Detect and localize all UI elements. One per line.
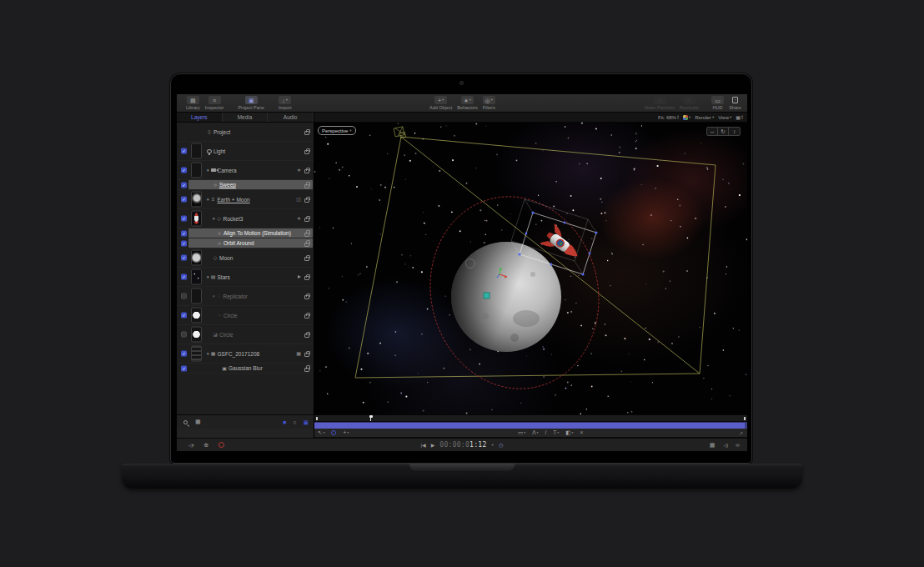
hud-button[interactable]: ▭ HUD (711, 94, 724, 112)
lock-icon[interactable] (304, 314, 309, 319)
layer-activation-checkbox[interactable]: ✓ (181, 255, 187, 261)
tab-media[interactable]: Media (223, 113, 269, 122)
library-button[interactable]: ▤ Library (186, 94, 200, 112)
3d-view-tools[interactable]: ↔ ↻ ↕ (706, 127, 741, 136)
layer-activation-checkbox[interactable]: ✓ (181, 182, 187, 188)
lock-icon[interactable] (304, 169, 309, 173)
view-menu[interactable]: View▾ (718, 115, 731, 120)
lock-icon[interactable] (304, 218, 309, 222)
pan-zoom-tool[interactable]: +▾ (343, 430, 349, 436)
layer-row-gaussian-blur[interactable]: ✓▣Gaussian Blur (177, 364, 314, 374)
disclosure-triangle-icon[interactable]: ▾ (213, 294, 215, 299)
line-tool[interactable]: / (545, 430, 547, 436)
show-behaviors-toggle[interactable]: ○ (293, 419, 296, 425)
tab-layers[interactable]: Layers (177, 113, 223, 122)
layer-activation-checkbox[interactable]: ✓ (181, 313, 187, 319)
camera-view-menu[interactable]: Perspective▾ (318, 126, 356, 135)
audio-icon[interactable]: ◁) (723, 442, 727, 448)
show-filters-toggle[interactable]: ▣ (303, 419, 309, 425)
layer-activation-checkbox[interactable]: ✓ (181, 168, 187, 173)
layer-row-rocket3[interactable]: ✓▾◇Rocket3∗ (177, 209, 314, 228)
disclosure-triangle-icon[interactable]: ▾ (207, 274, 209, 279)
gear-icon[interactable]: ∗ (297, 168, 301, 173)
layer-activation-checkbox[interactable]: ✓ (181, 365, 187, 371)
dolly-3d-icon[interactable]: ↕ (729, 128, 740, 135)
mute-icon[interactable]: ◁× (188, 442, 193, 448)
import-button[interactable]: ↓▾ Import (279, 94, 292, 112)
tab-audio[interactable]: Audio (268, 113, 314, 122)
rectangle-tool[interactable]: ▭▾ (518, 430, 525, 436)
layer-activation-checkbox[interactable]: ✓ (181, 230, 187, 236)
layer-row-light[interactable]: ✓Light (177, 142, 314, 161)
canvas-viewport[interactable]: Perspective▾ ↔ ↻ ↕ (314, 123, 747, 414)
layer-row-project[interactable]: ▯Project (177, 123, 314, 142)
orbit-3d-icon[interactable]: ↻ (718, 128, 729, 135)
previous-frame-button[interactable]: |◀ (420, 443, 425, 448)
layout-menu[interactable]: ▦▴▾ (736, 114, 743, 120)
layer-row-sweep[interactable]: ✓○Sweep (177, 180, 314, 190)
share-button[interactable]: ↑ Share (729, 94, 741, 112)
lock-icon[interactable] (304, 295, 309, 299)
bezier-tool[interactable]: Λ▾ (532, 430, 538, 436)
inspector-button[interactable]: ≡ Inspector (205, 94, 224, 112)
lock-icon[interactable] (304, 276, 309, 280)
project-pane-button[interactable]: ▣ Project Pane (238, 94, 264, 112)
lock-icon[interactable] (304, 257, 309, 261)
layer-row-orbit-around[interactable]: ✓○Orbit Around (177, 238, 314, 248)
layer-activation-checkbox[interactable]: ✓ (181, 148, 187, 154)
behaviors-button[interactable]: ∗▾ Behaviors (457, 94, 477, 112)
thumbnail-view-icon[interactable]: ▦ (195, 419, 201, 425)
layer-row-moon[interactable]: ✓◇Moon (177, 248, 314, 268)
lock-icon[interactable] (304, 243, 309, 247)
layer-activation-checkbox[interactable] (181, 332, 187, 338)
add-object-button[interactable]: +▾ Add Object (429, 94, 452, 112)
lock-icon[interactable] (304, 198, 309, 203)
lock-icon[interactable] (304, 150, 309, 154)
mini-timeline-bar[interactable] (314, 422, 747, 429)
disclosure-triangle-icon[interactable]: ▾ (213, 216, 215, 221)
show-layers-toggle[interactable]: ■ (283, 419, 286, 425)
search-icon[interactable] (183, 420, 188, 424)
fit-zoom-menu[interactable]: Fit: 68%▴▾ (658, 115, 679, 120)
layer-row-stars[interactable]: ✓▾▤Stars (177, 268, 314, 287)
render-menu[interactable]: Render▾ (695, 115, 714, 120)
layer-activation-checkbox[interactable] (181, 294, 187, 299)
show-timeline-icon[interactable]: ▦ (710, 442, 716, 449)
lock-icon[interactable] (304, 184, 309, 188)
lock-icon[interactable] (304, 353, 309, 357)
slice-tool[interactable]: × (580, 430, 584, 436)
mask-tool[interactable]: ◧▾ (565, 430, 573, 436)
disclosure-triangle-icon[interactable]: ▾ (207, 351, 209, 356)
disclosure-triangle-icon[interactable]: ▾ (207, 168, 209, 173)
make-particles-button[interactable]: ∴ Make Particles (645, 94, 675, 112)
timeline-scrubber[interactable] (314, 414, 747, 422)
layer-row-circle[interactable]: ✓○Circle (177, 306, 314, 325)
layer-activation-checkbox[interactable]: ✓ (181, 351, 187, 357)
play-button[interactable]: ▶ (431, 443, 435, 448)
pan-3d-icon[interactable]: ↔ (707, 128, 718, 135)
lock-icon[interactable] (304, 334, 309, 338)
in-point-marker[interactable] (316, 417, 318, 420)
chevron-down-icon[interactable]: ▾ (492, 443, 494, 447)
layer-row-replicator[interactable]: ▾∷Replicator (177, 287, 314, 306)
select-transform-tool[interactable]: ↖▾ (318, 430, 324, 436)
replicate-button[interactable]: ∷ Replicate (680, 94, 699, 112)
disclosure-triangle-icon[interactable]: ▾ (207, 197, 209, 202)
lock-icon[interactable] (304, 131, 309, 135)
layer-row-camera[interactable]: ✓▾Camera∗ (177, 161, 314, 180)
layer-row-earth-moon[interactable]: ✓▾≡Earth + Moon◫ (177, 190, 314, 209)
loop-icon[interactable]: ∞ (736, 442, 740, 448)
filters-button[interactable]: ◎▾ Filters (483, 94, 495, 112)
timecode-display[interactable]: 00:00:01:12 (439, 441, 486, 449)
flag-icon[interactable] (298, 275, 301, 278)
lock-icon[interactable] (304, 368, 309, 372)
layer-row-gsfc-20171208[interactable]: ✓▾▦GSFC_20171208▦ (177, 344, 314, 364)
layer-activation-checkbox[interactable]: ✓ (181, 216, 187, 222)
layer-activation-checkbox[interactable]: ✓ (181, 197, 187, 203)
out-point-marker[interactable] (744, 417, 746, 420)
adjust-3d-transform-tool[interactable] (331, 430, 336, 435)
text-tool[interactable]: T▾ (553, 430, 559, 436)
playhead[interactable] (370, 416, 371, 421)
gear-icon[interactable]: ∗ (297, 216, 301, 221)
media-icon[interactable]: ▦ (296, 351, 301, 356)
